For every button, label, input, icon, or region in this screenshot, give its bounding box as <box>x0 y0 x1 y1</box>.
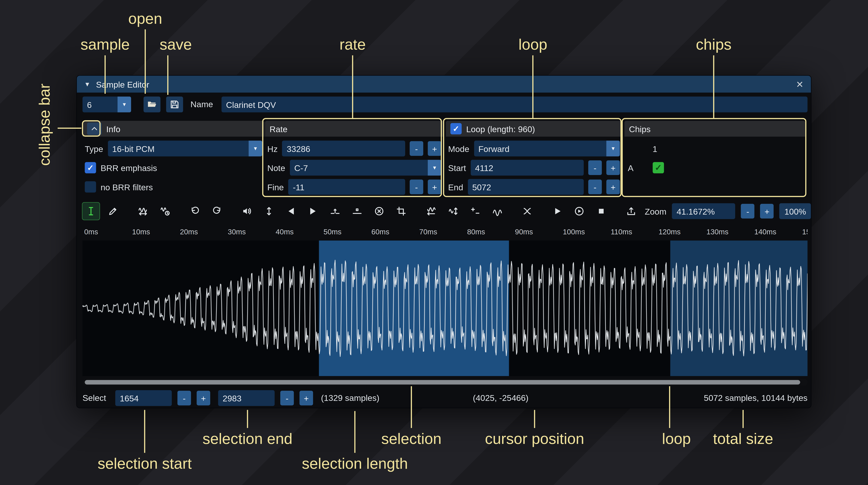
fine-decrease-button[interactable]: - <box>410 180 423 194</box>
sample-type-value: 16-bit PCM <box>107 141 249 157</box>
annotation-sample: sample <box>81 36 130 54</box>
collapse-info-button[interactable] <box>87 123 102 135</box>
loop-start-increase-button[interactable]: + <box>607 160 620 175</box>
invert-button[interactable] <box>445 203 462 220</box>
annotation-line-open <box>145 29 146 94</box>
ruler-tick: 110ms <box>611 228 632 236</box>
sample-type-select[interactable]: 16-bit PCM ▼ <box>107 141 262 157</box>
annotation-selection-length: selection length <box>302 455 408 473</box>
loop-end-increase-button[interactable]: + <box>607 180 620 194</box>
fine-increase-button[interactable]: + <box>428 180 441 194</box>
loop-end-decrease-button[interactable]: - <box>588 180 602 194</box>
invert-waveform-icon <box>448 206 458 216</box>
dropdown-arrow-icon[interactable]: ▼ <box>607 141 620 157</box>
import-button[interactable] <box>623 203 640 220</box>
delete-button[interactable] <box>371 203 388 220</box>
sample-name-input[interactable]: Clarinet DQV <box>221 97 808 112</box>
undo-button[interactable] <box>186 203 204 220</box>
dropdown-arrow-icon[interactable]: ▼ <box>118 97 131 112</box>
chips-title: Chips <box>629 124 651 133</box>
ruler-tick: 20ms <box>180 228 198 236</box>
zoom-label: Zoom <box>645 206 666 216</box>
annotation-chips: chips <box>696 36 732 54</box>
loop-mode-select[interactable]: Forward ▼ <box>474 141 620 157</box>
annotation-cursor-position: cursor position <box>485 430 584 448</box>
window-collapse-icon[interactable]: ▼ <box>84 80 90 88</box>
brr-emphasis-checkbox[interactable]: ✓ <box>85 162 96 173</box>
resample-button[interactable] <box>157 203 174 220</box>
dropdown-arrow-icon[interactable]: ▼ <box>249 141 262 157</box>
open-sample-button[interactable] <box>144 97 161 112</box>
preview-loop-button[interactable] <box>571 203 588 220</box>
close-button[interactable]: ✕ <box>796 79 804 90</box>
loop-enable-checkbox[interactable]: ✓ <box>450 123 462 134</box>
select-tool-button[interactable] <box>83 203 99 220</box>
trim-button[interactable] <box>393 203 410 220</box>
redo-button[interactable] <box>209 203 225 220</box>
sample-toolbar: Zoom 41.1672% - + 100% <box>83 203 807 220</box>
waveform-canvas[interactable] <box>83 240 807 376</box>
delete-circle-x-icon <box>374 206 384 216</box>
crossfade-loop-button[interactable] <box>519 203 536 220</box>
ruler-tick: 70ms <box>419 228 437 236</box>
annotation-line-sample <box>104 55 106 94</box>
save-sample-button[interactable] <box>166 97 183 112</box>
no-brr-filters-label: no BRR filters <box>100 182 153 192</box>
zoom-increase-button[interactable]: + <box>760 204 774 219</box>
vertical-arrows-icon <box>264 206 274 216</box>
resample-clock-icon <box>160 206 170 216</box>
fine-label: Fine <box>267 182 284 192</box>
chip-a-checkbox[interactable]: ✓ <box>653 162 664 173</box>
selection-end-input[interactable]: 2983 <box>218 390 275 406</box>
preview-button[interactable] <box>549 203 566 220</box>
reverse-button[interactable] <box>423 203 440 220</box>
resize-button[interactable] <box>134 203 152 220</box>
annotation-total-size: total size <box>713 430 773 448</box>
annotation-rate: rate <box>339 36 366 54</box>
rate-header: Rate <box>265 121 444 137</box>
filter-button[interactable] <box>489 203 506 220</box>
annotation-save: save <box>159 36 192 54</box>
selection-end-increase-button[interactable]: + <box>300 391 313 406</box>
selection-start-input[interactable]: 1654 <box>115 390 172 406</box>
selection-end-decrease-button[interactable]: - <box>280 391 294 406</box>
normalize-button[interactable] <box>260 203 278 220</box>
note-select[interactable]: C-7 ▼ <box>290 160 441 175</box>
apply-silence-button[interactable] <box>349 203 366 220</box>
fade-in-button[interactable] <box>283 203 300 220</box>
loop-start-input[interactable]: 4112 <box>470 160 584 175</box>
sample-editor-window: ▼ Sample Editor ✕ 6 ▼ Name Clarin <box>76 75 811 408</box>
scrollbar-thumb[interactable] <box>85 380 800 385</box>
annotation-loop: loop <box>518 36 547 54</box>
stop-icon <box>596 206 607 216</box>
hz-decrease-button[interactable]: - <box>410 141 423 156</box>
no-brr-filters-checkbox[interactable] <box>85 181 96 193</box>
loop-mode-value: Forward <box>474 141 607 157</box>
zoom-decrease-button[interactable]: - <box>741 204 755 219</box>
insert-silence-button[interactable] <box>327 203 344 220</box>
ruler-tick: 120ms <box>658 228 681 236</box>
stop-button[interactable] <box>593 203 610 220</box>
hz-increase-button[interactable]: + <box>428 141 441 156</box>
loop-end-input[interactable]: 5072 <box>468 179 584 195</box>
select-label: Select <box>83 390 106 406</box>
hz-input[interactable]: 33286 <box>282 141 405 157</box>
reset-zoom-button[interactable]: 100% <box>779 203 811 219</box>
dropdown-arrow-icon[interactable]: ▼ <box>428 160 441 175</box>
waveform-scrollbar[interactable] <box>83 379 807 386</box>
fine-input[interactable]: -11 <box>288 179 405 195</box>
waveform-display[interactable] <box>83 240 807 376</box>
loop-start-decrease-button[interactable]: - <box>588 160 602 175</box>
selection-start-decrease-button[interactable]: - <box>178 391 191 406</box>
ruler-tick: 130ms <box>706 228 728 236</box>
zoom-input[interactable]: 41.1672% <box>672 203 735 219</box>
sample-slot-select[interactable]: 6 ▼ <box>83 97 131 112</box>
window-titlebar[interactable]: ▼ Sample Editor ✕ <box>77 76 811 93</box>
selection-start-increase-button[interactable]: + <box>197 391 210 406</box>
info-panel: Info Type 16-bit PCM ▼ ✓ BRR emphasis no… <box>83 121 265 196</box>
timeline-ruler[interactable]: 0ms10ms20ms30ms40ms50ms60ms70ms80ms90ms1… <box>83 224 807 239</box>
fade-out-button[interactable] <box>305 203 321 220</box>
draw-tool-button[interactable] <box>104 203 122 220</box>
sign-button[interactable] <box>467 203 484 220</box>
amplify-button[interactable] <box>239 203 255 220</box>
